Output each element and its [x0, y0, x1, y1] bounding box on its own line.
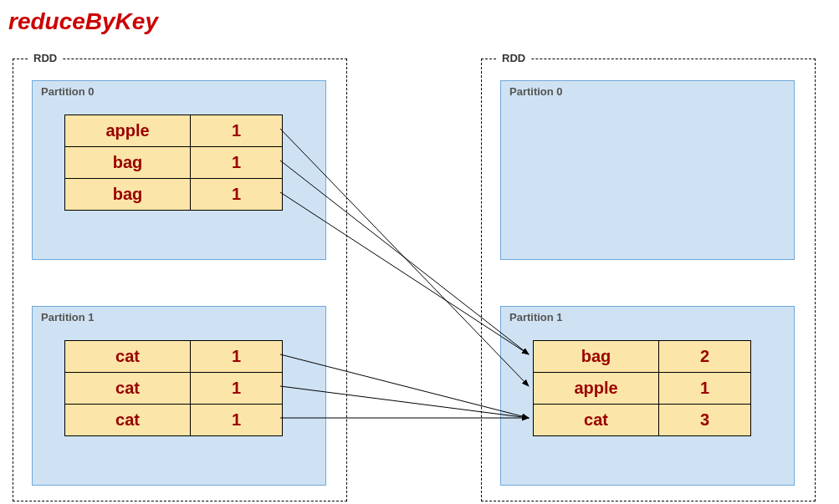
table-row: bag 1: [65, 179, 283, 211]
table-row: cat 1: [65, 373, 283, 405]
cell-value: 2: [659, 341, 751, 373]
partition-right-1-table: bag 2 apple 1 cat 3: [533, 340, 751, 436]
cell-key: bag: [534, 341, 659, 373]
cell-key: cat: [65, 373, 191, 405]
cell-value: 1: [191, 373, 283, 405]
cell-key: apple: [534, 373, 659, 405]
partition-right-1-label: Partition 1: [509, 311, 563, 323]
partition-left-1: Partition 1 cat 1 cat 1 cat 1: [32, 306, 326, 486]
rdd-right-container: RDD Partition 0 Partition 1 bag 2 apple …: [481, 59, 816, 501]
partition-left-0-label: Partition 0: [41, 85, 95, 98]
table-row: bag 2: [534, 341, 751, 373]
rdd-left-label: RDD: [28, 52, 62, 64]
partition-left-0-table: apple 1 bag 1 bag 1: [64, 115, 283, 211]
cell-value: 3: [659, 405, 751, 436]
table-row: bag 1: [65, 147, 283, 179]
partition-left-1-table: cat 1 cat 1 cat 1: [64, 340, 283, 436]
cell-key: bag: [65, 179, 191, 211]
cell-key: apple: [65, 115, 191, 147]
table-row: cat 3: [534, 405, 751, 436]
cell-key: cat: [534, 405, 659, 436]
cell-value: 1: [191, 179, 283, 211]
cell-value: 1: [191, 405, 283, 436]
partition-right-1: Partition 1 bag 2 apple 1 cat 3: [500, 306, 795, 486]
partition-left-0: Partition 0 apple 1 bag 1 bag 1: [32, 80, 326, 260]
table-row: cat 1: [65, 341, 283, 373]
cell-key: cat: [65, 341, 191, 373]
table-row: apple 1: [534, 373, 751, 405]
cell-key: bag: [65, 147, 191, 179]
table-row: cat 1: [65, 405, 283, 436]
partition-right-0: Partition 0: [500, 80, 795, 260]
cell-value: 1: [191, 147, 283, 179]
table-row: apple 1: [65, 115, 283, 147]
rdd-right-label: RDD: [497, 52, 530, 64]
partition-right-0-label: Partition 0: [509, 85, 563, 98]
rdd-left-container: RDD Partition 0 apple 1 bag 1 bag 1 Part…: [13, 59, 347, 501]
cell-value: 1: [191, 341, 283, 373]
cell-key: cat: [65, 405, 191, 436]
cell-value: 1: [659, 373, 751, 405]
partition-left-1-label: Partition 1: [41, 311, 95, 323]
diagram-title: reduceByKey: [8, 8, 158, 35]
cell-value: 1: [191, 115, 283, 147]
